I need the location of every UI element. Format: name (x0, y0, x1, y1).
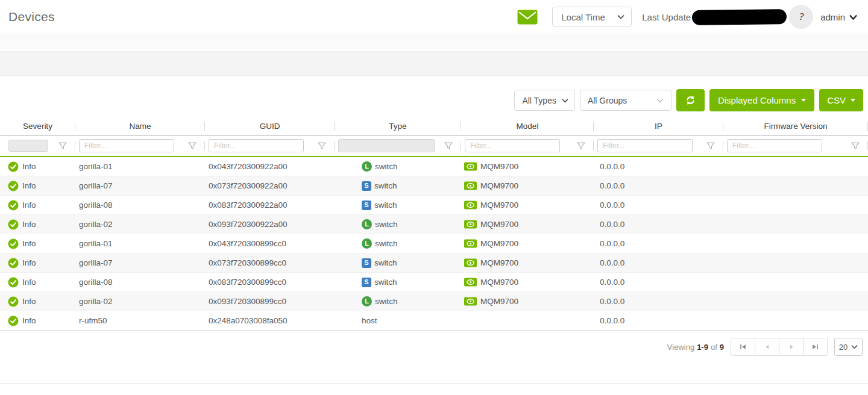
model-label: MQM9700 (480, 278, 518, 287)
displayed-columns-button[interactable]: Displayed Columns (709, 89, 814, 111)
severity-cell: Info (0, 176, 75, 195)
guid-cell: 0x043f720300899cc0 (205, 234, 335, 253)
ip-cell: 0.0.0.0 (594, 234, 723, 253)
firmware-cell (723, 215, 868, 234)
caret-down-icon (851, 99, 855, 102)
model-filter-input[interactable] (465, 139, 560, 152)
user-menu[interactable]: admin (820, 12, 857, 22)
column-header-type[interactable]: Type (335, 117, 461, 135)
severity-label: Info (22, 162, 36, 171)
firmware-cell (723, 234, 868, 253)
viewing-summary: Viewing 1-9 of 9 (667, 343, 724, 352)
guid-filter-input[interactable] (209, 139, 304, 152)
device-row[interactable]: Info gorilla-01 0x043f720300899cc0 L swi… (0, 234, 868, 253)
severity-filter-select[interactable] (8, 140, 48, 152)
device-row[interactable]: Info gorilla-02 0x093f720300922a00 L swi… (0, 215, 868, 234)
name-filter-input[interactable] (79, 139, 174, 152)
nvidia-logo-icon (464, 162, 477, 171)
filter-funnel-icon[interactable] (444, 142, 453, 150)
device-row[interactable]: Info gorilla-07 0x073f720300899cc0 S swi… (0, 253, 868, 273)
type-badge: S (362, 201, 371, 210)
severity-cell: Info (0, 215, 75, 234)
filter-funnel-icon[interactable] (851, 142, 860, 150)
device-row[interactable]: Info gorilla-08 0x083f720300922a00 S swi… (0, 196, 868, 215)
pager-buttons (731, 338, 828, 356)
previous-page-button[interactable] (755, 338, 779, 356)
type-label: switch (375, 220, 398, 229)
chevron-down-icon (562, 98, 568, 103)
type-filter-select[interactable] (338, 139, 435, 152)
guid-cell: 0x083f720300899cc0 (205, 273, 335, 291)
mail-button[interactable] (517, 10, 538, 25)
device-row[interactable]: Info r-ufm50 0x248a0703008fa050 host 0.0… (0, 311, 868, 331)
device-row[interactable]: Info gorilla-07 0x073f720300922a00 S swi… (0, 176, 868, 196)
severity-cell: Info (0, 196, 75, 214)
severity-info-icon (8, 316, 19, 326)
firmware-filter-cell (723, 135, 868, 156)
firmware-cell (723, 253, 868, 272)
help-glyph: ? (799, 11, 804, 23)
column-header-ip[interactable]: IP (594, 117, 723, 135)
page-size-select[interactable]: 20 (834, 338, 863, 356)
severity-info-icon (8, 258, 19, 269)
model-label: MQM9700 (480, 181, 518, 190)
name-cell: gorilla-07 (75, 253, 205, 272)
name-cell: gorilla-08 (75, 273, 205, 291)
severity-label: Info (22, 278, 36, 287)
column-header-name[interactable]: Name (75, 117, 205, 135)
firmware-cell (723, 176, 868, 195)
nvidia-logo-icon (464, 258, 477, 267)
model-cell: MQM9700 (461, 253, 594, 272)
firmware-filter-input[interactable] (727, 139, 822, 152)
column-header-model[interactable]: Model (461, 117, 594, 135)
secondary-toolbar-band (0, 51, 868, 76)
filter-funnel-icon[interactable] (577, 142, 585, 150)
type-cell: L switch (335, 292, 461, 311)
viewing-of-label: of (711, 343, 717, 352)
types-filter-select[interactable]: All Types (514, 90, 575, 111)
page-title: Devices (8, 10, 55, 24)
model-cell: MQM9700 (461, 196, 594, 214)
mail-icon (517, 10, 538, 25)
refresh-button[interactable] (676, 89, 705, 111)
filter-funnel-icon[interactable] (318, 142, 326, 150)
column-header-guid[interactable]: GUID (205, 117, 335, 135)
csv-button[interactable]: CSV (819, 89, 863, 111)
next-page-button[interactable] (779, 338, 804, 356)
device-row[interactable]: Info gorilla-08 0x083f720300899cc0 S swi… (0, 273, 868, 292)
type-label: switch (374, 278, 397, 287)
column-header-severity[interactable]: Severity (0, 117, 75, 135)
filter-funnel-icon[interactable] (706, 142, 715, 150)
device-row[interactable]: Info gorilla-01 0x043f720300922a00 L swi… (0, 157, 868, 176)
ip-cell: 0.0.0.0 (594, 215, 723, 234)
type-label: switch (375, 297, 398, 306)
filter-funnel-icon[interactable] (58, 142, 67, 150)
ip-filter-cell (594, 135, 723, 156)
firmware-cell (723, 311, 868, 330)
device-row[interactable]: Info gorilla-02 0x093f720300899cc0 L swi… (0, 292, 868, 311)
last-page-button[interactable] (803, 338, 828, 356)
firmware-cell (723, 292, 868, 311)
model-cell: MQM9700 (461, 176, 594, 195)
model-cell: MQM9700 (461, 292, 594, 311)
ip-filter-input[interactable] (597, 139, 693, 152)
column-header-firmware[interactable]: Firmware Version (723, 117, 868, 135)
first-page-button[interactable] (731, 338, 755, 356)
devices-page: Devices Local Time Last Update ? admin (0, 0, 868, 395)
type-cell: S switch (335, 196, 461, 214)
timezone-select[interactable]: Local Time (552, 7, 632, 27)
filter-funnel-icon[interactable] (188, 142, 197, 150)
severity-label: Info (22, 316, 36, 325)
name-cell: r-ufm50 (75, 311, 205, 330)
nvidia-logo-icon (464, 201, 477, 210)
type-cell: L switch (335, 215, 461, 234)
help-button[interactable]: ? (789, 5, 813, 29)
nvidia-logo-icon (464, 239, 477, 248)
viewing-range: 1-9 (697, 343, 708, 352)
model-label: MQM9700 (480, 201, 518, 210)
type-cell: L switch (335, 234, 461, 253)
groups-filter-select[interactable]: All Groups (580, 90, 671, 111)
model-cell (461, 311, 594, 330)
guid-cell: 0x093f720300922a00 (205, 215, 335, 234)
type-cell: host (335, 311, 461, 330)
